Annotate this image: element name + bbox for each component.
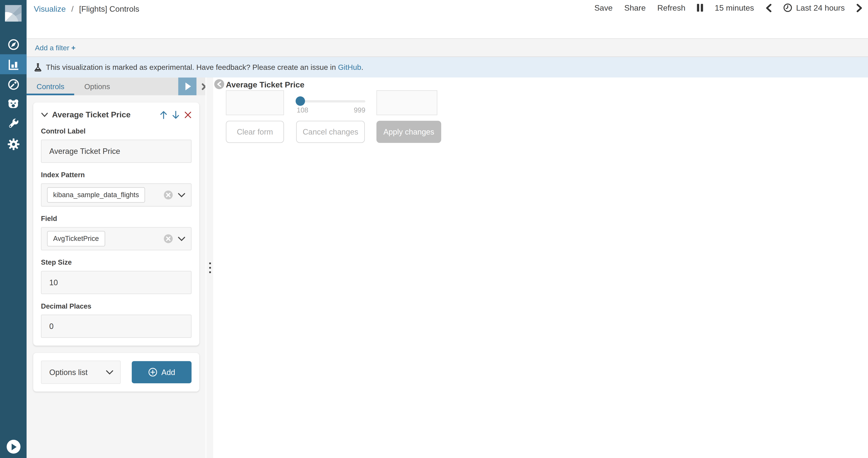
play-icon [10, 444, 16, 450]
flask-icon [34, 63, 41, 71]
banner-text: This visualization is marked as experime… [46, 63, 363, 71]
time-range-label: Last 24 hours [796, 3, 845, 12]
time-range-picker[interactable]: Last 24 hours [783, 3, 845, 12]
sidebar-item-dev-tools[interactable] [0, 114, 27, 134]
range-max-input[interactable] [376, 90, 437, 115]
clock-icon [783, 3, 792, 12]
content-area: Controls Options Average Ticket [27, 78, 868, 458]
cancel-changes-button[interactable]: Cancel changes [296, 121, 365, 143]
index-pattern-dropdown-icon[interactable] [178, 192, 186, 197]
refresh-interval-button[interactable]: 15 minutes [715, 3, 754, 12]
tab-controls[interactable]: Controls [27, 78, 74, 95]
editor-tab-bar: Controls Options [27, 78, 213, 95]
play-icon [185, 83, 191, 90]
chevron-right-icon[interactable] [856, 4, 863, 12]
refresh-button[interactable]: Refresh [657, 3, 686, 12]
remove-control-icon[interactable] [184, 111, 191, 118]
bar-chart-icon [7, 58, 20, 71]
control-type-select[interactable]: Options list [41, 361, 121, 384]
decimal-places-input[interactable] [41, 314, 191, 338]
move-down-icon[interactable] [172, 111, 180, 119]
chevron-left-icon[interactable] [766, 4, 772, 12]
range-slider: 108 999 [297, 96, 366, 114]
index-pattern-value: kibana_sample_data_flights [47, 187, 145, 203]
add-filter-label: Add a filter [35, 43, 69, 52]
sidebar-item-timelion[interactable] [0, 94, 27, 114]
field-combobox[interactable]: AvgTicketPrice [41, 227, 191, 250]
compass-icon [7, 38, 20, 51]
visualization-preview: Average Ticket Price 108 999 Clear form … [213, 78, 868, 458]
clear-x-icon [166, 237, 170, 241]
breadcrumb: Visualize / [Flights] Controls [34, 4, 140, 13]
slider-handle-min[interactable] [296, 96, 305, 106]
clear-form-button[interactable]: Clear form [226, 121, 284, 143]
pause-autorefresh-button[interactable] [697, 4, 703, 12]
field-clear-button[interactable] [164, 234, 173, 243]
clear-x-icon [166, 193, 170, 197]
timelion-icon [7, 97, 20, 111]
filter-bar: Add a filter + [27, 38, 868, 57]
sidebar-item-discover[interactable] [0, 34, 27, 54]
apply-editor-changes-button[interactable] [178, 78, 196, 95]
add-control-card: Options list Add [33, 353, 199, 392]
control-label-group: Control Label [41, 127, 191, 163]
field-label: Field [41, 215, 191, 223]
banner-text-before: This visualization is marked as experime… [46, 63, 338, 71]
banner-text-after: . [361, 63, 363, 71]
apply-changes-button[interactable]: Apply changes [376, 121, 441, 143]
step-size-input[interactable] [41, 271, 191, 294]
vis-editor-panel: Controls Options Average Ticket [27, 78, 213, 458]
add-control-button[interactable]: Add [132, 361, 191, 383]
slider-track[interactable] [297, 100, 366, 102]
index-pattern-group: Index Pattern kibana_sample_data_flights [41, 171, 191, 207]
slider-min-label: 108 [297, 106, 308, 114]
share-button[interactable]: Share [624, 3, 646, 12]
add-button-label: Add [161, 368, 175, 377]
select-chevron-down-icon [106, 370, 114, 375]
slider-max-label: 999 [354, 106, 365, 114]
range-control-title: Average Ticket Price [226, 80, 304, 89]
wrench-icon [7, 118, 20, 130]
gauge-icon [7, 78, 20, 91]
control-label-input[interactable] [41, 140, 191, 163]
move-up-icon[interactable] [160, 111, 167, 119]
field-group: Field AvgTicketPrice [41, 215, 191, 250]
chevron-down-icon[interactable] [41, 112, 48, 117]
top-header: Visualize / [Flights] Controls Save Shar… [27, 0, 868, 38]
global-sidebar [0, 0, 27, 458]
experimental-banner: This visualization is marked as experime… [27, 57, 868, 78]
field-value: AvgTicketPrice [47, 231, 105, 246]
index-pattern-combobox[interactable]: kibana_sample_data_flights [41, 183, 191, 207]
gear-icon [7, 138, 20, 150]
field-dropdown-icon[interactable] [178, 236, 186, 241]
breadcrumb-visualize-link[interactable]: Visualize [34, 4, 66, 13]
step-size-group: Step Size [41, 259, 191, 294]
add-filter-link[interactable]: Add a filter + [35, 43, 75, 52]
control-label-label: Control Label [41, 127, 191, 135]
control-actions [160, 111, 191, 119]
step-size-label: Step Size [41, 259, 191, 267]
range-min-input[interactable] [226, 90, 284, 115]
control-editor-card: Average Ticket Price Contr [33, 102, 199, 346]
slider-labels: 108 999 [297, 106, 366, 114]
sidebar-expand-button[interactable] [6, 440, 20, 454]
index-pattern-label: Index Pattern [41, 171, 191, 179]
index-pattern-clear-button[interactable] [164, 191, 173, 200]
tab-options[interactable]: Options [74, 78, 120, 95]
sidebar-item-dashboard[interactable] [0, 74, 27, 94]
kibana-logo[interactable] [0, 0, 27, 27]
sidebar-footer [6, 440, 20, 454]
github-link[interactable]: GitHub [338, 63, 361, 71]
decimal-places-label: Decimal Places [41, 302, 191, 310]
decimal-places-group: Decimal Places [41, 302, 191, 338]
control-type-selected: Options list [49, 368, 88, 377]
breadcrumb-separator: / [71, 4, 73, 13]
control-title: Average Ticket Price [52, 110, 130, 119]
collapse-editor-button[interactable] [214, 79, 224, 89]
kibana-logo-icon [5, 5, 22, 22]
panel-resize-handle[interactable] [205, 78, 213, 458]
save-button[interactable]: Save [594, 3, 613, 12]
sidebar-item-management[interactable] [0, 134, 27, 154]
sidebar-item-visualize[interactable] [0, 54, 27, 74]
control-header: Average Ticket Price [41, 110, 191, 119]
